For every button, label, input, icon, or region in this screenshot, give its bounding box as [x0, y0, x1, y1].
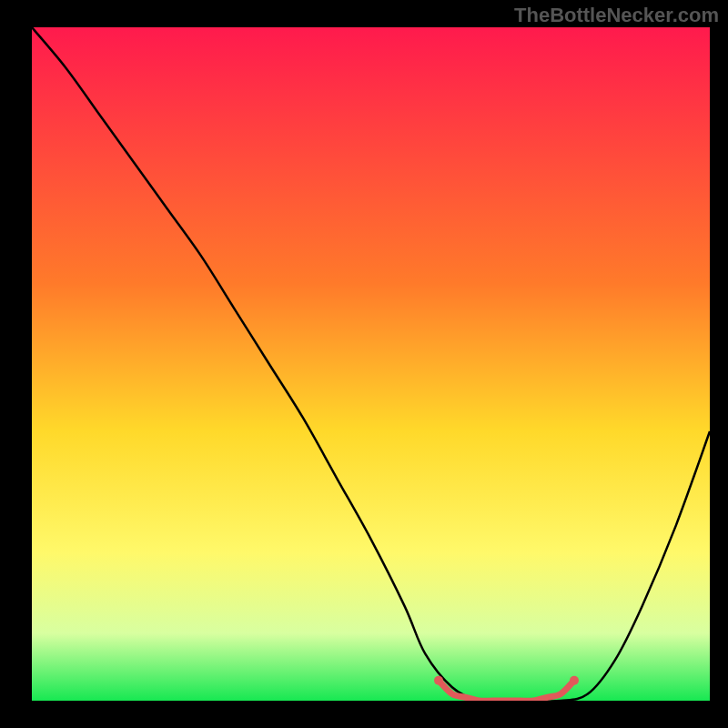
chart-container: TheBottleNecker.com — [0, 0, 728, 728]
plot-area — [32, 27, 710, 701]
watermark-text: TheBottleNecker.com — [514, 4, 719, 27]
sweet-spot-marker — [439, 681, 574, 701]
sweet-spot-dot-right — [570, 676, 579, 685]
curve-layer — [32, 27, 710, 701]
sweet-spot-dot-left — [434, 676, 443, 685]
bottleneck-curve — [32, 27, 710, 701]
